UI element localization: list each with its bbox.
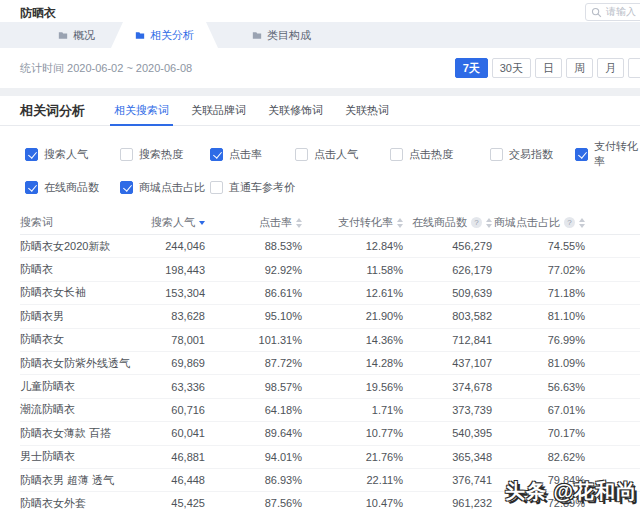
- nav-tab-2[interactable]: 相关分析: [111, 22, 218, 48]
- filter-checkbox[interactable]: 搜索人气: [25, 139, 120, 169]
- value-cell: 71.18%: [492, 287, 585, 299]
- value-cell: 12.61%: [302, 287, 403, 299]
- search-term-cell[interactable]: 防晒衣女: [20, 332, 140, 347]
- section-tab[interactable]: 关联品牌词: [191, 96, 246, 126]
- search-term-cell[interactable]: 防晒衣女2020新款: [20, 239, 140, 254]
- column-header[interactable]: 支付转化率: [302, 215, 403, 230]
- column-header[interactable]: 在线商品数?: [403, 215, 492, 230]
- filter-checkbox[interactable]: 商城点击占比: [120, 180, 210, 195]
- date-range-button[interactable]: 7天: [455, 58, 488, 78]
- value-cell: 69,869: [140, 357, 205, 369]
- checkbox-icon: [295, 148, 308, 161]
- search-input[interactable]: 请输入: [585, 3, 640, 21]
- nav-tab-label: 概况: [73, 28, 95, 43]
- value-cell: 14.36%: [302, 334, 403, 346]
- table-row: 防晒衣男83,62895.10%21.90%803,58281.10%: [20, 305, 640, 328]
- nav-tab-1[interactable]: 概况: [42, 22, 111, 48]
- value-cell: 10.77%: [302, 427, 403, 439]
- nav-tab-3[interactable]: 类目构成: [236, 22, 327, 48]
- value-cell: 87.56%: [205, 497, 302, 509]
- value-cell: 456,279: [403, 240, 492, 252]
- search-term-cell[interactable]: 防晒衣女外套: [20, 496, 140, 511]
- value-cell: 98.57%: [205, 381, 302, 393]
- date-range-button[interactable]: 月: [597, 58, 624, 78]
- value-cell: 92.92%: [205, 264, 302, 276]
- filter-label: 搜索热度: [139, 147, 183, 162]
- table-row: 防晒衣女78,001101.31%14.36%712,84176.99%: [20, 329, 640, 352]
- filter-label: 点击热度: [409, 147, 453, 162]
- folder-icon: [252, 30, 262, 40]
- column-header-label: 搜索词: [20, 215, 53, 230]
- search-term-cell[interactable]: 防晒衣男 超薄 透气: [20, 473, 140, 488]
- filter-label: 商城点击占比: [139, 180, 205, 195]
- date-bar: 统计时间 2020-06-02 ~ 2020-06-08 7天30天日周月: [0, 48, 640, 88]
- filter-checkbox[interactable]: 点击率: [210, 139, 295, 169]
- value-cell: 374,678: [403, 381, 492, 393]
- page: 防晒衣 请输入 概况相关分析类目构成 统计时间 2020-06-02 ~ 202…: [0, 0, 640, 511]
- nav-tabs: 概况相关分析类目构成: [0, 22, 640, 48]
- value-cell: 86.93%: [205, 474, 302, 486]
- column-header[interactable]: 商城点击占比?: [492, 215, 585, 230]
- top-bar: 防晒衣 请输入: [0, 0, 640, 22]
- value-cell: 198,443: [140, 264, 205, 276]
- value-cell: 14.28%: [302, 357, 403, 369]
- value-cell: 94.01%: [205, 451, 302, 463]
- value-cell: 64.18%: [205, 404, 302, 416]
- value-cell: 19.56%: [302, 381, 403, 393]
- filter-checkbox[interactable]: 交易指数: [490, 139, 575, 169]
- column-header-label: 搜索人气: [151, 215, 195, 230]
- table-row: 防晒衣女防紫外线透气69,86987.72%14.28%437,10781.09…: [20, 352, 640, 375]
- value-cell: 81.09%: [492, 357, 585, 369]
- help-icon[interactable]: ?: [564, 217, 575, 228]
- value-cell: 540,395: [403, 427, 492, 439]
- filter-checkbox[interactable]: 点击热度: [390, 139, 490, 169]
- value-cell: 365,348: [403, 451, 492, 463]
- search-term-cell[interactable]: 防晒衣女长袖: [20, 285, 140, 300]
- value-cell: 82.62%: [492, 451, 585, 463]
- search-term-cell[interactable]: 防晒衣: [20, 262, 140, 277]
- filter-checkbox[interactable]: 直通车参考价: [210, 180, 295, 195]
- column-header-label: 支付转化率: [338, 215, 393, 230]
- search-term-cell[interactable]: 防晒衣男: [20, 309, 140, 324]
- folder-icon: [135, 30, 145, 40]
- value-cell: 153,304: [140, 287, 205, 299]
- filter-checkbox[interactable]: 搜索热度: [120, 139, 210, 169]
- value-cell: 22.11%: [302, 474, 403, 486]
- section-tab[interactable]: 相关搜索词: [114, 96, 169, 126]
- help-icon[interactable]: ?: [471, 217, 482, 228]
- search-term-cell[interactable]: 潮流防晒衣: [20, 402, 140, 417]
- filter-checkbox[interactable]: 点击人气: [295, 139, 390, 169]
- search-placeholder: 请输入: [606, 5, 636, 19]
- nav-tab-label: 相关分析: [150, 28, 194, 43]
- value-cell: 74.55%: [492, 240, 585, 252]
- filter-label: 搜索人气: [44, 147, 88, 162]
- keywords-table: 搜索词搜索人气点击率支付转化率在线商品数?商城点击占比?防晒衣女2020新款24…: [0, 211, 640, 511]
- column-header[interactable]: 搜索人气: [140, 215, 205, 230]
- date-range-button[interactable]: 周: [566, 58, 593, 78]
- filter-checkbox[interactable]: 支付转化率: [575, 139, 640, 169]
- value-cell: 509,639: [403, 287, 492, 299]
- table-row: 潮流防晒衣60,71664.18%1.71%373,73967.01%: [20, 399, 640, 422]
- search-term-cell[interactable]: 防晒衣女防紫外线透气: [20, 356, 140, 371]
- date-range-button[interactable]: 30天: [492, 58, 531, 78]
- date-range-button[interactable]: 日: [535, 58, 562, 78]
- search-term-cell[interactable]: 男士防晒衣: [20, 449, 140, 464]
- value-cell: 961,232: [403, 497, 492, 509]
- filter-label: 在线商品数: [44, 180, 99, 195]
- value-cell: 712,841: [403, 334, 492, 346]
- column-header-label: 点击率: [259, 215, 292, 230]
- watermark: 头条 @花和尚: [505, 478, 637, 505]
- table-row: 防晒衣女长袖153,30486.61%12.61%509,63971.18%: [20, 282, 640, 305]
- column-header[interactable]: 点击率: [205, 215, 302, 230]
- search-term-cell[interactable]: 防晒衣女薄款 百搭: [20, 426, 140, 441]
- section-tab[interactable]: 关联热词: [345, 96, 389, 126]
- date-range-button[interactable]: [628, 58, 640, 78]
- value-cell: 376,741: [403, 474, 492, 486]
- value-cell: 45,425: [140, 497, 205, 509]
- date-range-buttons: 7天30天日周月: [455, 58, 640, 78]
- search-term-cell[interactable]: 儿童防晒衣: [20, 379, 140, 394]
- filter-checkbox[interactable]: 在线商品数: [25, 180, 120, 195]
- value-cell: 70.17%: [492, 427, 585, 439]
- value-cell: 87.72%: [205, 357, 302, 369]
- section-tab[interactable]: 关联修饰词: [268, 96, 323, 126]
